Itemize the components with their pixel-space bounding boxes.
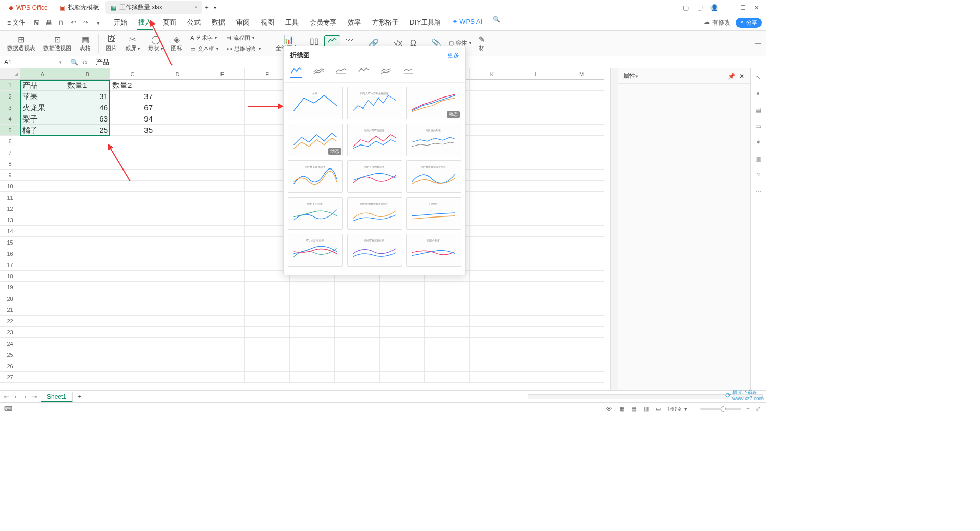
row-header[interactable]: 20 <box>0 293 20 304</box>
chart-thumbnail[interactable]: 同时并见有直刻度 <box>288 160 343 193</box>
cell[interactable] <box>559 147 604 158</box>
cell[interactable] <box>514 226 559 237</box>
cell[interactable] <box>200 113 245 125</box>
cell[interactable] <box>559 214 604 226</box>
cell[interactable] <box>335 327 380 338</box>
image-button[interactable]: 🖼图片 <box>103 34 120 52</box>
cell[interactable] <box>200 158 245 170</box>
cell[interactable] <box>559 170 604 181</box>
filter-tool-icon[interactable]: ▭ <box>754 122 763 131</box>
cell[interactable] <box>110 316 155 327</box>
cell[interactable] <box>110 259 155 271</box>
print-icon[interactable]: 🖶 <box>45 19 53 27</box>
cell[interactable] <box>380 316 425 327</box>
cell[interactable] <box>65 158 110 170</box>
cell[interactable] <box>470 170 514 181</box>
cell[interactable] <box>290 349 335 360</box>
cell[interactable] <box>245 338 290 349</box>
line-100stacked-icon[interactable] <box>335 66 347 78</box>
cell[interactable] <box>65 181 110 192</box>
cell[interactable] <box>425 360 470 372</box>
cell[interactable] <box>155 372 200 383</box>
chart-thumbnail[interactable]: 同时有标记折线图 <box>347 234 402 267</box>
search-icon[interactable]: 🔍 <box>493 16 500 23</box>
cell[interactable] <box>200 327 245 338</box>
cell[interactable] <box>559 192 604 203</box>
cell[interactable] <box>20 372 65 383</box>
mindmap-button[interactable]: ⊶思维导图 ▾ <box>225 44 263 54</box>
cell[interactable] <box>514 203 559 214</box>
cell[interactable] <box>200 170 245 181</box>
cell[interactable] <box>514 192 559 203</box>
cell[interactable] <box>155 338 200 349</box>
row-header[interactable]: 3 <box>0 102 20 113</box>
tab-efficiency[interactable]: 效率 <box>347 16 362 30</box>
cell[interactable] <box>155 113 200 125</box>
cell[interactable] <box>514 271 559 282</box>
changes-indicator[interactable]: ☁ 有修改 <box>704 18 730 27</box>
cell[interactable] <box>470 372 514 383</box>
row-header[interactable]: 11 <box>0 192 20 203</box>
cell[interactable] <box>514 360 559 372</box>
textbox-button[interactable]: ▭文本框 ▾ <box>188 44 220 54</box>
window-snap-icon[interactable]: ▢ <box>682 4 689 11</box>
cell[interactable]: 产品 <box>20 80 65 91</box>
cell[interactable] <box>335 349 380 360</box>
cell[interactable] <box>110 282 155 293</box>
cell[interactable] <box>335 372 380 383</box>
cell[interactable] <box>514 282 559 293</box>
save-icon[interactable]: 🖫 <box>33 19 40 27</box>
cell[interactable] <box>110 372 155 383</box>
cell[interactable] <box>290 316 335 327</box>
zoom-out-icon[interactable]: − <box>690 405 697 413</box>
tab-list-button[interactable]: ▾ <box>211 4 218 11</box>
cell[interactable] <box>20 316 65 327</box>
wordart-button[interactable]: A艺术字 ▾ <box>188 33 220 43</box>
sheet-next-icon[interactable]: › <box>21 393 29 400</box>
zoom-level[interactable]: 160% <box>667 406 681 412</box>
cell[interactable] <box>200 259 245 271</box>
cell[interactable] <box>200 125 245 136</box>
cell[interactable] <box>20 360 65 372</box>
cell[interactable] <box>20 214 65 226</box>
cell[interactable] <box>110 181 155 192</box>
tab-formula[interactable]: 公式 <box>186 16 202 30</box>
pivot-table-button[interactable]: ⊞数据透视表 <box>4 34 38 52</box>
cell[interactable] <box>65 293 110 304</box>
cell[interactable] <box>514 102 559 113</box>
cell[interactable] <box>245 349 290 360</box>
cell[interactable] <box>200 271 245 282</box>
cell[interactable] <box>470 158 514 170</box>
cell[interactable] <box>20 271 65 282</box>
shapes-button[interactable]: ◯形状 ▾ <box>145 34 166 52</box>
keyboard-icon[interactable]: ⌨ <box>4 405 12 412</box>
cell[interactable] <box>65 226 110 237</box>
cell[interactable] <box>470 304 514 316</box>
reading-view-icon[interactable]: ▭ <box>655 405 662 413</box>
close-icon[interactable]: ✕ <box>753 4 761 11</box>
cell[interactable] <box>200 80 245 91</box>
cell[interactable] <box>470 349 514 360</box>
row-header[interactable]: 15 <box>0 237 20 248</box>
cell[interactable] <box>290 338 335 349</box>
cell[interactable] <box>559 125 604 136</box>
cell[interactable] <box>110 203 155 214</box>
cell[interactable] <box>200 316 245 327</box>
cell[interactable] <box>110 349 155 360</box>
cell[interactable] <box>65 136 110 147</box>
cell[interactable] <box>559 327 604 338</box>
cell[interactable] <box>155 181 200 192</box>
cell[interactable] <box>470 192 514 203</box>
cell[interactable] <box>65 327 110 338</box>
chart-thumbnail[interactable]: 单线 <box>288 87 343 119</box>
cell[interactable] <box>380 349 425 360</box>
cell[interactable] <box>514 248 559 259</box>
cell[interactable] <box>245 304 290 316</box>
cell[interactable] <box>110 248 155 259</box>
cell[interactable] <box>65 147 110 158</box>
cell[interactable] <box>290 293 335 304</box>
cell[interactable] <box>514 91 559 102</box>
cell[interactable] <box>110 304 155 316</box>
cell[interactable] <box>245 282 290 293</box>
row-header[interactable]: 1 <box>0 80 20 91</box>
